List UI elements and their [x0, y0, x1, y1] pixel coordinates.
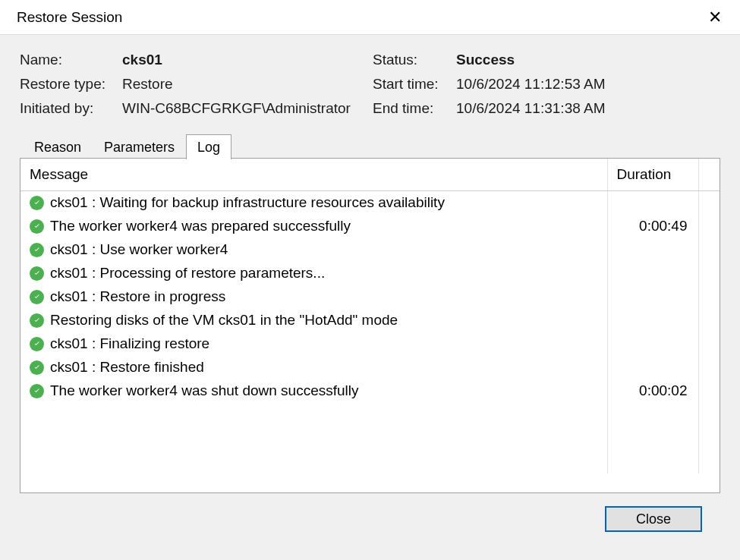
log-row[interactable]: cks01 : Processing of restore parameters… [20, 262, 720, 285]
dialog-footer: Close [20, 493, 720, 545]
log-duration-cell [607, 309, 698, 332]
success-icon [30, 243, 44, 257]
log-message-cell: cks01 : Finalizing restore [20, 332, 607, 356]
log-duration-cell [607, 285, 698, 309]
log-row[interactable]: cks01 : Finalizing restore [20, 332, 720, 356]
start-time-label: Start time: [373, 76, 456, 93]
column-spacer [698, 159, 720, 191]
log-spacer-cell [698, 262, 720, 285]
log-row[interactable] [20, 450, 720, 473]
log-duration-cell [607, 262, 698, 285]
restore-type-label: Restore type: [20, 76, 122, 93]
log-row[interactable] [20, 426, 720, 450]
tab-log[interactable]: Log [186, 134, 231, 159]
log-duration-cell: 0:00:02 [607, 379, 698, 403]
log-row[interactable]: The worker worker4 was shut down success… [20, 379, 720, 403]
log-spacer-cell [698, 215, 720, 238]
log-message-cell [20, 450, 607, 473]
initiated-by-value: WIN-C68BCFGRKGF\Administrator [122, 100, 373, 117]
log-duration-cell [607, 426, 698, 450]
end-time-value: 10/6/2024 11:31:38 AM [456, 100, 720, 117]
log-row[interactable]: The worker worker4 was prepared successf… [20, 215, 720, 238]
tab-bar: Reason Parameters Log [20, 134, 720, 159]
tab-reason[interactable]: Reason [23, 134, 93, 159]
log-spacer-cell [698, 332, 720, 356]
column-message[interactable]: Message [20, 159, 607, 191]
success-icon [30, 360, 44, 375]
log-spacer-cell [698, 403, 720, 426]
log-header-row: Message Duration [20, 159, 720, 191]
close-icon[interactable]: ✕ [702, 6, 728, 29]
log-message-text: cks01 : Processing of restore parameters… [50, 265, 325, 282]
log-message-cell [20, 403, 607, 426]
restore-session-window: Restore Session ✕ Name: cks01 Status: Su… [0, 0, 740, 560]
log-message-text: cks01 : Use worker worker4 [50, 241, 228, 258]
log-message-text: cks01 : Restore finished [50, 359, 204, 376]
dialog-body: Name: cks01 Status: Success Restore type… [0, 35, 740, 560]
start-time-value: 10/6/2024 11:12:53 AM [456, 76, 720, 93]
log-duration-cell [607, 332, 698, 356]
status-label: Status: [373, 52, 456, 68]
log-table: Message Duration cks01 : Waiting for bac… [20, 159, 720, 473]
close-button[interactable]: Close [605, 506, 702, 532]
log-message-cell: The worker worker4 was prepared successf… [20, 215, 607, 238]
log-row[interactable]: cks01 : Restore finished [20, 356, 720, 379]
log-message-text: cks01 : Restore in progress [50, 288, 225, 305]
log-duration-cell [607, 403, 698, 426]
success-icon [30, 196, 44, 210]
log-row[interactable]: cks01 : Waiting for backup infrastructur… [20, 191, 720, 215]
log-row[interactable]: cks01 : Use worker worker4 [20, 238, 720, 262]
initiated-by-label: Initiated by: [20, 100, 122, 117]
success-icon [30, 313, 44, 328]
log-spacer-cell [698, 191, 720, 215]
log-duration-cell: 0:00:49 [607, 215, 698, 238]
log-message-cell: cks01 : Restore finished [20, 356, 607, 379]
log-row[interactable]: Restoring disks of the VM cks01 in the "… [20, 309, 720, 332]
success-icon [30, 337, 44, 351]
status-value: Success [456, 52, 720, 68]
log-duration-cell [607, 238, 698, 262]
log-spacer-cell [698, 238, 720, 262]
log-row[interactable] [20, 403, 720, 426]
name-label: Name: [20, 52, 122, 68]
tab-parameters[interactable]: Parameters [93, 134, 186, 159]
log-spacer-cell [698, 426, 720, 450]
success-icon [30, 219, 44, 234]
log-message-text: The worker worker4 was shut down success… [50, 382, 359, 399]
success-icon [30, 290, 44, 304]
log-spacer-cell [698, 285, 720, 309]
log-message-cell: cks01 : Use worker worker4 [20, 238, 607, 262]
log-message-text: Restoring disks of the VM cks01 in the "… [50, 312, 398, 329]
session-info-grid: Name: cks01 Status: Success Restore type… [20, 52, 720, 117]
log-message-text: The worker worker4 was prepared successf… [50, 218, 351, 234]
restore-type-value: Restore [122, 76, 373, 93]
log-spacer-cell [698, 309, 720, 332]
titlebar: Restore Session ✕ [0, 0, 740, 35]
log-message-cell: The worker worker4 was shut down success… [20, 379, 607, 403]
log-row[interactable]: cks01 : Restore in progress [20, 285, 720, 309]
success-icon [30, 384, 44, 398]
log-duration-cell [607, 191, 698, 215]
log-message-cell [20, 426, 607, 450]
log-spacer-cell [698, 356, 720, 379]
log-message-cell: Restoring disks of the VM cks01 in the "… [20, 309, 607, 332]
column-duration[interactable]: Duration [607, 159, 698, 191]
success-icon [30, 266, 44, 281]
log-message-text: cks01 : Finalizing restore [50, 335, 209, 352]
name-value: cks01 [122, 52, 373, 68]
log-duration-cell [607, 356, 698, 379]
log-message-cell: cks01 : Restore in progress [20, 285, 607, 309]
window-title: Restore Session [17, 9, 122, 26]
log-message-text: cks01 : Waiting for backup infrastructur… [50, 194, 445, 211]
log-message-cell: cks01 : Waiting for backup infrastructur… [20, 191, 607, 215]
end-time-label: End time: [373, 100, 456, 117]
log-spacer-cell [698, 379, 720, 403]
log-message-cell: cks01 : Processing of restore parameters… [20, 262, 607, 285]
log-panel: Message Duration cks01 : Waiting for bac… [20, 158, 720, 493]
log-spacer-cell [698, 450, 720, 473]
log-duration-cell [607, 450, 698, 473]
